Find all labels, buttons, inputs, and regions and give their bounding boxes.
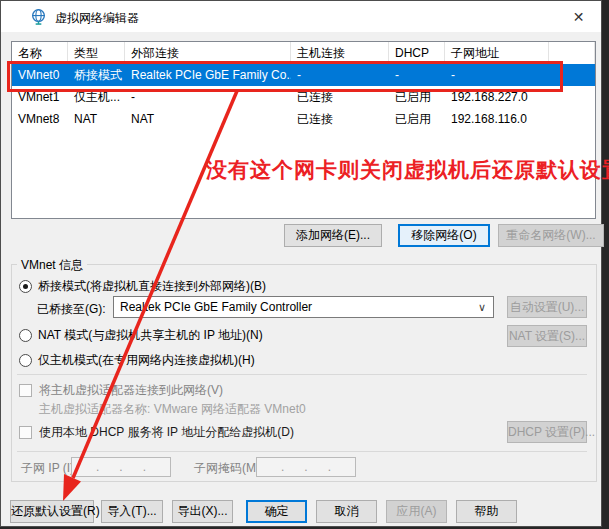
rename-network-button: 重命名网络(W)... (498, 224, 604, 247)
cell-dhcp: - (389, 64, 445, 86)
cell-external: Realtek PCIe GbE Family Co... (125, 64, 291, 86)
radio-icon[interactable] (19, 354, 32, 367)
dhcp-checkbox-label: 使用本地 DHCP 服务将 IP 地址分配给虚拟机(D) (39, 424, 294, 441)
window-title: 虚拟网络编辑器 (55, 10, 139, 27)
ok-button[interactable]: 确定 (246, 500, 307, 523)
network-list-header: 名称 类型 外部连接 主机连接 DHCP 子网地址 (12, 42, 595, 64)
title-bar: 虚拟网络编辑器 ✕ (1, 1, 601, 32)
bridged-mode-radio[interactable]: 桥接模式(将虚拟机直接连接到外部网络)(B) (19, 278, 266, 295)
chevron-down-icon[interactable]: ∨ (478, 297, 486, 317)
table-row-vmnet8[interactable]: VMnet8 NAT NAT 已连接 已启用 192.168.116.0 (12, 108, 595, 130)
subnet-ip-label: 子网 IP (I): (21, 460, 77, 477)
dhcp-settings-button: DHCP 设置(P)... (507, 421, 587, 443)
col-external[interactable]: 外部连接 (125, 42, 291, 64)
bridged-adapter-value: Realtek PCIe GbE Family Controller (120, 300, 312, 314)
col-name[interactable]: 名称 (12, 42, 68, 64)
cell-type: 仅主机... (68, 86, 125, 108)
network-globe-icon (30, 8, 47, 25)
subnet-mask-input: . . . (256, 457, 356, 477)
cancel-button[interactable]: 取消 (316, 500, 377, 523)
close-button[interactable]: ✕ (556, 1, 601, 32)
hostonly-mode-radio[interactable]: 仅主机模式(在专用网络内连接虚拟机)(H) (19, 352, 255, 369)
divider (17, 374, 587, 375)
col-dhcp[interactable]: DHCP (389, 42, 445, 64)
virtual-network-editor-dialog: 虚拟网络编辑器 ✕ 名称 类型 外部连接 主机连接 DHCP 子网地址 VMne… (0, 0, 602, 527)
host-adapter-checkbox: 将主机虚拟适配器连接到此网络(V) (19, 382, 223, 399)
import-button[interactable]: 导入(T)... (101, 500, 163, 523)
add-network-button[interactable]: 添加网络(E)... (284, 224, 382, 247)
cell-host: - (291, 64, 389, 86)
apply-button: 应用(A) (386, 500, 447, 523)
annotation-note: 没有这个网卡则关闭虚拟机后还原默认设置 (206, 156, 609, 184)
table-row-vmnet0[interactable]: VMnet0 桥接模式 Realtek PCIe GbE Family Co..… (12, 64, 595, 86)
cell-name: VMnet8 (12, 108, 68, 130)
network-list[interactable]: 名称 类型 外部连接 主机连接 DHCP 子网地址 VMnet0 桥接模式 Re… (11, 41, 596, 219)
cell-type: 桥接模式 (68, 64, 125, 86)
nat-settings-button: NAT 设置(S)... (507, 325, 587, 347)
host-adapter-name: 主机虚拟适配器名称: VMware 网络适配器 VMnet0 (39, 401, 306, 418)
bridged-mode-label: 桥接模式(将虚拟机直接连接到外部网络)(B) (38, 278, 266, 295)
vmnet-info-label: VMnet 信息 (17, 257, 87, 274)
checkbox-icon (19, 426, 32, 439)
host-adapter-checkbox-label: 将主机虚拟适配器连接到此网络(V) (39, 382, 223, 399)
cell-host: 已连接 (291, 86, 389, 108)
divider (17, 451, 587, 452)
table-row-vmnet1[interactable]: VMnet1 仅主机... - 已连接 已启用 192.168.227.0 (12, 86, 595, 108)
cell-subnet: 192.168.116.0 (445, 108, 549, 130)
cell-name: VMnet0 (12, 64, 68, 86)
bridged-to-label: 已桥接至(G): (37, 301, 106, 318)
cell-host: 已连接 (291, 108, 389, 130)
cell-subnet: 192.168.227.0 (445, 86, 549, 108)
cell-type: NAT (68, 108, 125, 130)
col-subnet[interactable]: 子网地址 (445, 42, 549, 64)
cell-dhcp: 已启用 (389, 108, 445, 130)
col-host[interactable]: 主机连接 (291, 42, 389, 64)
screen: 虚拟网络编辑器 ✕ 名称 类型 外部连接 主机连接 DHCP 子网地址 VMne… (0, 0, 609, 529)
cell-subnet: - (445, 64, 549, 86)
radio-selected-icon[interactable] (19, 280, 32, 293)
cell-name: VMnet1 (12, 86, 68, 108)
bridged-adapter-select[interactable]: Realtek PCIe GbE Family Controller ∨ (113, 296, 494, 318)
help-button[interactable]: 帮助 (456, 500, 517, 523)
subnet-ip-input: . . . (71, 457, 171, 477)
cell-dhcp: 已启用 (389, 86, 445, 108)
dhcp-checkbox: 使用本地 DHCP 服务将 IP 地址分配给虚拟机(D) (19, 424, 294, 441)
col-type[interactable]: 类型 (68, 42, 125, 64)
hostonly-mode-label: 仅主机模式(在专用网络内连接虚拟机)(H) (38, 352, 255, 369)
radio-icon[interactable] (19, 329, 32, 342)
cell-external: - (125, 86, 291, 108)
auto-settings-button: 自动设置(U)... (507, 296, 587, 318)
nat-mode-radio[interactable]: NAT 模式(与虚拟机共享主机的 IP 地址)(N) (19, 327, 263, 344)
checkbox-icon (19, 384, 32, 397)
subnet-mask-label: 子网掩码(M): (194, 460, 263, 477)
export-button[interactable]: 导出(X)... (172, 500, 233, 523)
cell-external: NAT (125, 108, 291, 130)
nat-mode-label: NAT 模式(与虚拟机共享主机的 IP 地址)(N) (38, 327, 263, 344)
restore-defaults-button[interactable]: 还原默认设置(R) (10, 500, 94, 523)
remove-network-button[interactable]: 移除网络(O) (398, 224, 490, 247)
